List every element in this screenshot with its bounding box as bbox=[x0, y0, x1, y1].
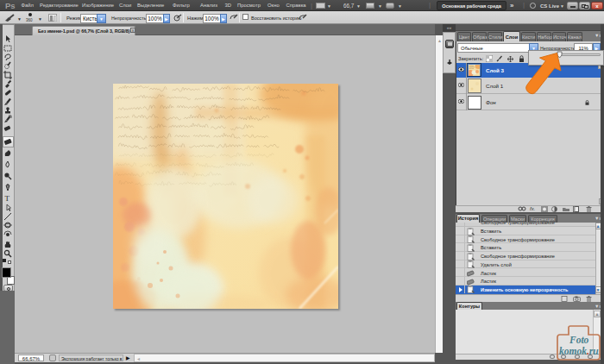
svg-text:Foto: Foto bbox=[569, 335, 589, 345]
svg-text:T: T bbox=[5, 194, 10, 203]
svg-text:komok.ru: komok.ru bbox=[559, 346, 599, 356]
